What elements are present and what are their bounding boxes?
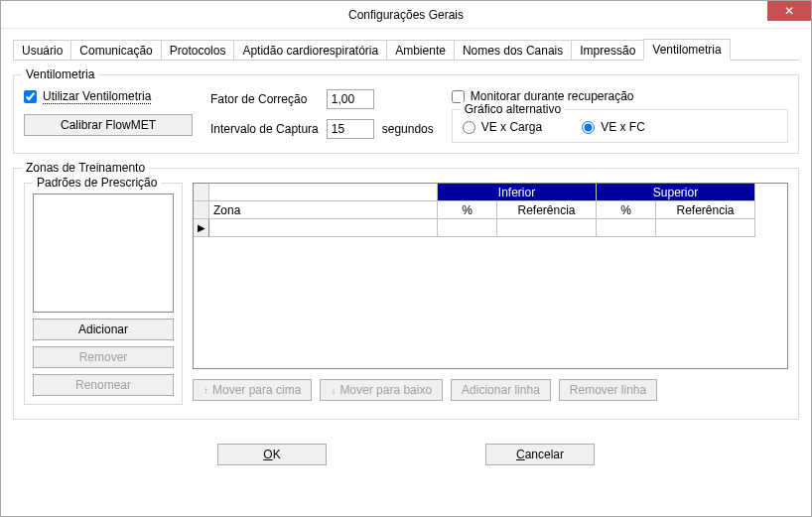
padroes-add-button[interactable]: Adicionar	[33, 319, 174, 340]
padroes-listbox[interactable]	[33, 194, 174, 313]
padroes-rename-button[interactable]: Renomear	[33, 374, 174, 396]
use-ventilometria-checkbox[interactable]	[24, 90, 37, 103]
alt-opt-ve-fc[interactable]: VE x FC	[582, 120, 645, 134]
tab-ambiente[interactable]: Ambiente	[386, 40, 455, 60]
alt-opt-ve-carga[interactable]: VE x Carga	[463, 120, 542, 134]
radio-ve-fc[interactable]	[582, 121, 595, 134]
padroes-remove-button[interactable]: Remover	[33, 346, 174, 368]
alt-graph-group: Gráfico alternativo VE x Carga VE x FC	[452, 109, 788, 143]
grid-group-inferior: Inferior	[438, 184, 597, 201]
cell-sup-pct[interactable]	[597, 219, 656, 237]
arrow-down-icon: ↓	[331, 385, 336, 396]
grid-group-superior: Superior	[597, 184, 755, 201]
grid-spacer	[209, 184, 438, 201]
factor-label: Fator de Correção	[210, 92, 319, 106]
tab-strip: Usuário Comunicação Protocolos Aptidão c…	[13, 37, 799, 61]
cell-sup-ref[interactable]	[656, 219, 755, 237]
titlebar: Configurações Gerais ✕	[1, 1, 811, 29]
move-up-button[interactable]: ↑Mover para cima	[193, 379, 312, 401]
zones-grid-area: Inferior Superior Zona % Referência % Re…	[193, 183, 788, 405]
dialog-window: Configurações Gerais ✕ Usuário Comunicaç…	[0, 0, 812, 517]
move-down-button[interactable]: ↓Mover para baixo	[320, 379, 443, 401]
monitor-recovery-label: Monitorar durante recuperação	[471, 89, 634, 103]
tab-protocolos[interactable]: Protocolos	[161, 40, 235, 60]
cell-zona[interactable]	[209, 219, 438, 237]
add-row-button[interactable]: Adicionar linha	[451, 379, 551, 401]
cell-inf-ref[interactable]	[497, 219, 597, 237]
cell-inf-pct[interactable]	[438, 219, 497, 237]
cancel-button[interactable]: Cancelar	[485, 444, 595, 465]
zonas-group: Zonas de Treinamento Padrões de Prescriç…	[13, 168, 799, 420]
close-button[interactable]: ✕	[767, 1, 811, 21]
client-area: Usuário Comunicação Protocolos Aptidão c…	[1, 29, 811, 477]
use-ventilometria-row[interactable]: Utilizar Ventilometria	[24, 89, 193, 104]
window-title: Configurações Gerais	[348, 8, 464, 22]
ventilometria-legend: Ventilometria	[22, 67, 98, 81]
tab-comunicacao[interactable]: Comunicação	[70, 40, 161, 60]
col-zona: Zona	[209, 201, 438, 219]
ok-button[interactable]: OK	[217, 444, 327, 465]
table-row[interactable]: ▶	[194, 219, 787, 237]
col-sup-pct: %	[597, 201, 656, 219]
zones-grid[interactable]: Inferior Superior Zona % Referência % Re…	[193, 183, 788, 369]
monitor-recovery-row[interactable]: Monitorar durante recuperação	[452, 89, 788, 103]
col-sup-ref: Referência	[656, 201, 755, 219]
row-marker-icon: ▶	[194, 219, 209, 237]
tab-nomes-canais[interactable]: Nomes dos Canais	[454, 40, 572, 60]
col-inf-ref: Referência	[497, 201, 597, 219]
tab-ventilometria[interactable]: Ventilometria	[643, 39, 730, 61]
factor-input[interactable]	[327, 89, 374, 109]
close-icon: ✕	[784, 5, 794, 17]
interval-input[interactable]	[327, 119, 374, 139]
ventilometria-group: Ventilometria Utilizar Ventilometria Cal…	[13, 74, 799, 154]
monitor-recovery-checkbox[interactable]	[452, 90, 465, 103]
padroes-group: Padrões de Prescrição Adicionar Remover …	[24, 183, 183, 405]
padroes-legend: Padrões de Prescrição	[33, 176, 161, 190]
remove-row-button[interactable]: Remover linha	[559, 379, 657, 401]
tab-impressao[interactable]: Impressão	[571, 40, 644, 60]
use-ventilometria-label: Utilizar Ventilometria	[43, 89, 151, 104]
seconds-label: segundos	[382, 122, 434, 136]
tab-usuario[interactable]: Usuário	[13, 40, 71, 60]
arrow-up-icon: ↑	[203, 385, 208, 396]
grid-corner2	[194, 201, 209, 219]
col-inf-pct: %	[438, 201, 497, 219]
radio-ve-carga[interactable]	[463, 121, 475, 134]
calibrate-flowmet-button[interactable]: Calibrar FlowMET	[24, 114, 193, 136]
alt-graph-legend: Gráfico alternativo	[461, 102, 565, 116]
interval-label: Intervalo de Captura	[210, 122, 319, 136]
zonas-legend: Zonas de Treinamento	[22, 161, 149, 175]
dialog-footer: OK Cancelar	[13, 444, 799, 465]
grid-corner	[194, 184, 209, 201]
tab-aptidao[interactable]: Aptidão cardiorespiratória	[233, 40, 387, 60]
